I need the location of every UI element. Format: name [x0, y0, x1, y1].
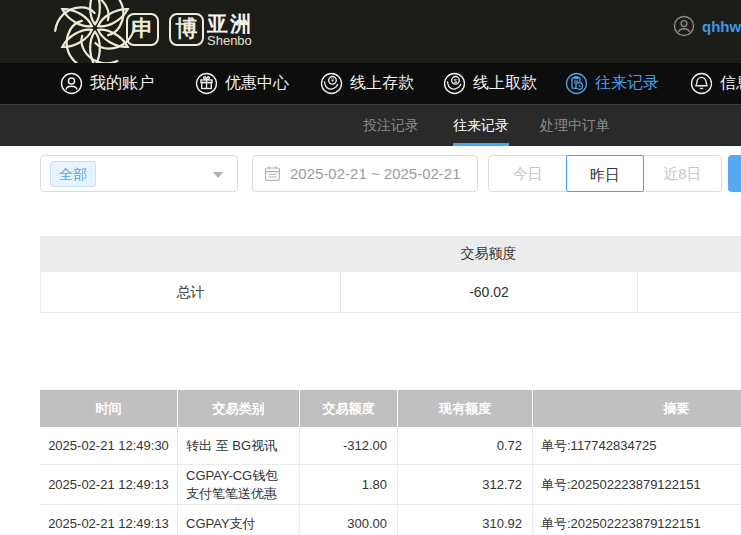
- summary-header-amount: 交易额度: [340, 245, 637, 263]
- col-header-type: 交易类别: [178, 390, 300, 427]
- cell-amount: -312.00: [300, 427, 398, 464]
- brand-char-shen: 申: [126, 13, 159, 46]
- nav-item-promotions[interactable]: 优惠中心: [195, 63, 289, 104]
- table-row: 2025-02-21 12:49:13 CGPAY-CG钱包支付笔笔送优惠 1.…: [40, 465, 741, 505]
- avatar-icon: [673, 15, 695, 37]
- cell-type: CGPAY支付: [178, 505, 300, 535]
- brand-latin: Shenbo: [207, 33, 252, 48]
- page: 申 博 亚洲 Shenbo qhhw 我的账户: [0, 0, 741, 535]
- cell-memo: 单号:202502223879122151: [533, 465, 741, 504]
- cell-time: 2025-02-21 12:49:13: [40, 465, 178, 504]
- withdraw-icon: $: [443, 72, 466, 95]
- type-select[interactable]: 全部: [40, 155, 238, 192]
- table-row: 2025-02-21 12:49:13 CGPAY支付 300.00 310.9…: [40, 505, 741, 535]
- nav-label: 优惠中心: [225, 73, 289, 94]
- quick-btn-today[interactable]: 今日: [489, 156, 566, 191]
- nav-label: 线上取款: [473, 73, 537, 94]
- tab-transaction-records[interactable]: 往来记录: [453, 105, 509, 146]
- svg-text:$: $: [454, 77, 458, 84]
- user-icon: [60, 72, 83, 95]
- quick-btn-yesterday[interactable]: 昨日: [566, 155, 643, 192]
- calendar-icon: [264, 165, 281, 182]
- table-row: 2025-02-21 12:49:30 转出 至 BG视讯 -312.00 0.…: [40, 427, 741, 465]
- top-brand-bar: 申 博 亚洲 Shenbo qhhw: [0, 0, 741, 63]
- cell-balance: 0.72: [398, 427, 533, 464]
- cell-time: 2025-02-21 12:49:30: [40, 427, 178, 464]
- cell-memo: 单号:202502223879122151: [533, 505, 741, 535]
- svg-text:¥: ¥: [331, 76, 335, 83]
- nav-label: 信息: [720, 73, 741, 94]
- cell-type: CGPAY-CG钱包支付笔笔送优惠: [178, 465, 300, 504]
- summary-table: 交易额度 总计 -60.02: [40, 236, 741, 313]
- gift-icon: [195, 72, 218, 95]
- cell-memo: 单号:117742834725: [533, 427, 741, 464]
- username[interactable]: qhhw: [702, 18, 741, 35]
- nav-item-my-account[interactable]: 我的账户: [60, 63, 154, 104]
- table-header-row: 时间 交易类别 交易额度 现有额度 摘要: [40, 390, 741, 427]
- user-account[interactable]: qhhw: [673, 15, 741, 37]
- summary-total-row: 总计 -60.02: [40, 272, 741, 313]
- records-icon: [565, 72, 588, 95]
- bell-icon: [690, 72, 713, 95]
- nav-item-withdraw[interactable]: $ 线上取款: [443, 63, 537, 104]
- col-header-balance: 现有额度: [398, 390, 533, 427]
- nav-label: 线上存款: [350, 73, 414, 94]
- date-range-input[interactable]: 2025-02-21 ~ 2025-02-21: [252, 155, 478, 192]
- cell-amount: 1.80: [300, 465, 398, 504]
- deposit-icon: ¥: [320, 72, 343, 95]
- nav-item-records[interactable]: 往来记录: [565, 63, 659, 104]
- nav-item-messages[interactable]: 信息: [690, 63, 741, 104]
- nav-label: 我的账户: [90, 73, 154, 94]
- main-nav: 我的账户 优惠中心: [0, 63, 741, 104]
- col-header-memo: 摘要: [533, 390, 741, 427]
- cell-type: 转出 至 BG视讯: [178, 427, 300, 464]
- search-button[interactable]: [728, 155, 741, 192]
- nav-item-deposit[interactable]: ¥ 线上存款: [320, 63, 414, 104]
- col-header-amount: 交易额度: [300, 390, 398, 427]
- brand-char-bo: 博: [169, 13, 204, 46]
- summary-header-row: 交易额度: [40, 236, 741, 272]
- chevron-down-icon: [213, 172, 223, 178]
- transactions-table: 时间 交易类别 交易额度 现有额度 摘要 2025-02-21 12:49:30…: [40, 390, 741, 535]
- tab-betting-records[interactable]: 投注记录: [363, 105, 419, 146]
- date-range-value: 2025-02-21 ~ 2025-02-21: [290, 165, 461, 182]
- col-header-time: 时间: [40, 390, 178, 427]
- nav-label: 往来记录: [595, 73, 659, 94]
- tab-pending-orders[interactable]: 处理中订单: [540, 105, 610, 146]
- cell-balance: 312.72: [398, 465, 533, 504]
- quick-btn-last8days[interactable]: 近8日: [644, 156, 721, 191]
- sub-tabbar: 投注记录 往来记录 处理中订单: [0, 104, 741, 146]
- cell-balance: 310.92: [398, 505, 533, 535]
- cell-time: 2025-02-21 12:49:13: [40, 505, 178, 535]
- type-selected-tag: 全部: [50, 161, 96, 187]
- summary-total-label: 总计: [41, 272, 341, 312]
- summary-empty-cell: [638, 272, 741, 312]
- summary-total-value: -60.02: [341, 272, 638, 312]
- cell-amount: 300.00: [300, 505, 398, 535]
- quick-date-group: 今日 昨日 近8日: [488, 155, 722, 192]
